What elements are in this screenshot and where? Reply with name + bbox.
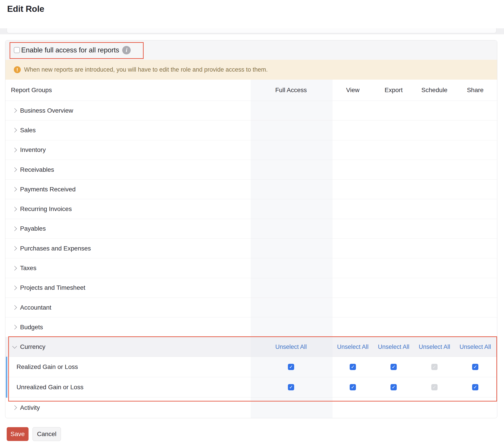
report-group-label: Projects and Timesheet [20,284,85,291]
chevron-right-icon [12,266,17,270]
checkbox-full-access[interactable] [288,364,294,370]
checkbox-full-access[interactable] [288,384,294,390]
report-group-row[interactable]: Projects and Timesheet [5,278,497,298]
cancel-button[interactable]: Cancel [33,427,61,441]
report-row-realized-gain-or-loss: Realized Gain or Loss [5,357,497,377]
chevron-right-icon [12,246,17,251]
checkbox-export[interactable] [391,384,397,390]
chevron-right-icon [12,325,17,329]
report-group-label: Payables [20,225,46,232]
report-group-row[interactable]: Accountant [5,298,497,317]
checkbox-share[interactable] [472,384,478,390]
warning-text: When new reports are introduced, you wil… [24,66,268,73]
unselect-all-export[interactable]: Unselect All [378,343,409,350]
chevron-right-icon [12,167,17,172]
report-group-label: Inventory [20,146,46,153]
column-header-full-access: Full Access [275,87,307,94]
report-group-row[interactable]: Budgets [5,317,497,337]
report-group-row[interactable]: Taxes [5,258,497,278]
checkbox-view[interactable] [350,384,356,390]
report-group-row[interactable]: Payables [5,219,497,239]
column-header-share: Share [467,87,484,94]
unselect-all-view[interactable]: Unselect All [337,343,368,350]
report-group-label: Taxes [20,264,36,272]
unselect-all-schedule[interactable]: Unselect All [419,343,450,350]
column-header-view: View [346,87,360,94]
report-group-label: Sales [20,127,36,134]
report-group-label: Budgets [20,324,43,331]
report-group-label: Currency [20,343,46,350]
chevron-right-icon [12,207,17,211]
unselect-all-full-access[interactable]: Unselect All [275,343,307,350]
column-header-export: Export [385,87,403,94]
report-group-label: Receivables [20,166,54,173]
chevron-right-icon [12,405,17,410]
chevron-right-icon [12,148,17,152]
unselect-all-share[interactable]: Unselect All [459,343,491,350]
report-group-label: Accountant [20,304,51,311]
report-group-row[interactable]: Purchases and Expenses [5,239,497,258]
report-groups-table: Report Groups Full Access View Export Sc… [5,80,497,418]
chevron-right-icon [12,187,17,192]
expanded-section-indicator-bar [6,357,7,398]
page-title: Edit Role [7,4,44,14]
enable-full-access-checkbox[interactable] [14,47,20,53]
checkbox-view[interactable] [350,364,356,370]
checkbox-schedule [431,364,437,370]
chevron-down-icon [12,344,17,349]
column-header-schedule: Schedule [421,87,448,94]
chevron-right-icon [12,285,17,290]
role-permissions-card: Enable full access for all reports i ! W… [5,40,497,418]
scrolled-panel-bottom-edge [7,28,496,33]
report-row-unrealized-gain-or-loss: Unrealized Gain or Loss [5,377,497,397]
checkbox-export[interactable] [391,364,397,370]
report-group-label: Recurring Invoices [20,205,72,213]
report-group-row[interactable]: Inventory [5,140,497,160]
chevron-right-icon [12,305,17,310]
report-groups-header: Report Groups [11,87,52,94]
full-access-toggle-section: Enable full access for all reports i [5,40,497,60]
report-group-label: Purchases and Expenses [20,245,91,252]
report-group-row[interactable]: Recurring Invoices [5,199,497,219]
checkbox-share[interactable] [472,364,478,370]
report-group-row[interactable]: Payments Received [5,179,497,199]
warning-banner: ! When new reports are introduced, you w… [5,60,497,80]
report-group-row-activity[interactable]: Activity [5,397,497,418]
warning-icon: ! [14,66,21,73]
report-group-label: Payments Received [20,186,76,193]
report-group-row-currency[interactable]: Currency Unselect All Unselect All Unsel… [5,337,497,357]
report-group-label: Activity [20,404,40,411]
enable-full-access-label: Enable full access for all reports [21,46,119,54]
report-group-row[interactable]: Business Overview [5,101,497,120]
save-button[interactable]: Save [7,427,29,441]
report-group-row[interactable]: Receivables [5,160,497,179]
table-header-row: Report Groups Full Access View Export Sc… [5,80,497,101]
report-label: Realized Gain or Loss [17,363,78,371]
checkbox-schedule [431,384,437,390]
report-group-row[interactable]: Sales [5,120,497,140]
info-icon[interactable]: i [122,46,131,55]
chevron-right-icon [12,128,17,132]
chevron-right-icon [12,226,17,231]
chevron-right-icon [12,108,17,113]
report-group-label: Business Overview [20,107,73,114]
report-label: Unrealized Gain or Loss [17,384,83,391]
